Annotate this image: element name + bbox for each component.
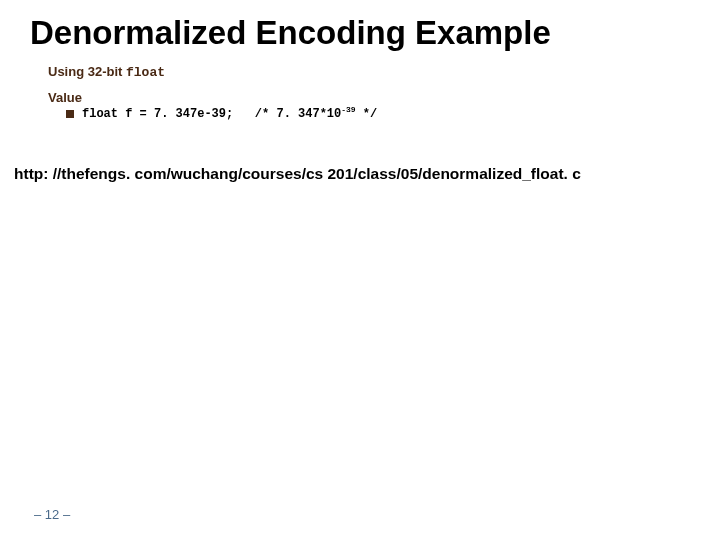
value-label: Value <box>48 90 82 105</box>
code-post: */ <box>356 107 378 121</box>
slide-title: Denormalized Encoding Example <box>30 14 551 52</box>
subtitle-text: Using 32-bit <box>48 64 126 79</box>
bullet-item: float f = 7. 347e-39; /* 7. 347*10-39 */ <box>66 107 377 121</box>
square-bullet-icon <box>66 110 74 118</box>
code-pre: float f = 7. 347e-39; /* 7. 347*10 <box>82 107 341 121</box>
code-declaration: float f = 7. 347e-39; /* 7. 347*10-39 */ <box>82 107 377 121</box>
slide: Denormalized Encoding Example Using 32-b… <box>0 0 720 540</box>
page-number: – 12 – <box>34 507 70 522</box>
subtitle: Using 32-bit float <box>48 64 165 80</box>
subtitle-code: float <box>126 65 165 80</box>
code-exponent: -39 <box>341 105 355 114</box>
reference-url: http: //thefengs. com/wuchang/courses/cs… <box>14 165 581 183</box>
